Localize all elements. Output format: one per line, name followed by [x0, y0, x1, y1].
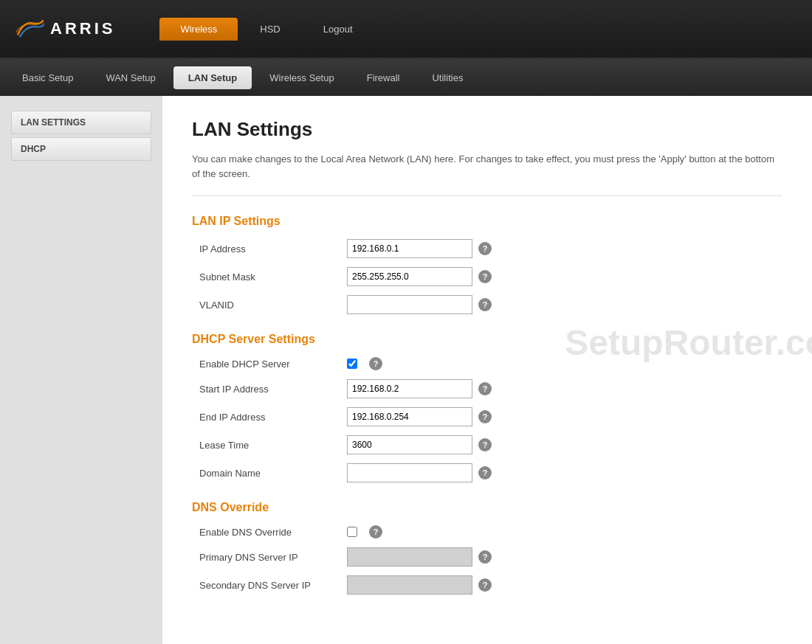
end-ip-help-icon[interactable]: ?: [478, 410, 492, 423]
main-wrapper: LAN SETTINGS DHCP SetupRouter.co LAN Set…: [0, 96, 812, 644]
start-ip-row: Start IP Address ?: [192, 379, 782, 398]
domain-name-help-icon[interactable]: ?: [478, 466, 492, 479]
content-area: SetupRouter.co LAN Settings You can make…: [162, 96, 812, 644]
logo-text: ARRIS: [50, 19, 115, 38]
start-ip-label: Start IP Address: [199, 384, 347, 395]
vlanid-input[interactable]: [347, 295, 472, 314]
subnav-wireless-setup[interactable]: Wireless Setup: [255, 66, 348, 89]
logo-icon: [15, 18, 44, 40]
secondary-dns-row: Secondary DNS Server IP ?: [192, 575, 782, 595]
vlanid-help-icon[interactable]: ?: [478, 298, 492, 311]
sub-nav: Basic Setup WAN Setup LAN Setup Wireless…: [0, 59, 812, 96]
top-nav-hsd[interactable]: HSD: [239, 18, 300, 41]
logo-area: ARRIS: [15, 18, 115, 40]
subnet-mask-input[interactable]: [347, 267, 472, 286]
enable-dhcp-help-icon[interactable]: ?: [369, 357, 382, 370]
lan-ip-section-title: LAN IP Settings: [192, 215, 782, 228]
sidebar-item-lan-settings[interactable]: LAN SETTINGS: [11, 111, 151, 134]
subnet-mask-label: Subnet Mask: [199, 271, 347, 283]
end-ip-label: End IP Address: [199, 412, 347, 423]
dhcp-section-title: DHCP Server Settings: [192, 333, 782, 346]
enable-dhcp-label: Enable DHCP Server: [199, 359, 347, 370]
enable-dns-label: Enable DNS Override: [199, 527, 347, 538]
vlanid-row: VLANID ?: [192, 295, 782, 314]
primary-dns-row: Primary DNS Server IP ?: [192, 547, 782, 567]
lease-time-help-icon[interactable]: ?: [478, 438, 492, 451]
enable-dns-checkbox-area: ?: [347, 525, 382, 539]
primary-dns-label: Primary DNS Server IP: [199, 552, 347, 563]
primary-dns-help-icon[interactable]: ?: [478, 550, 492, 564]
lease-time-row: Lease Time ?: [192, 435, 782, 454]
ip-address-row: IP Address ?: [192, 239, 782, 258]
header: ARRIS Wireless HSD Logout: [0, 0, 812, 59]
secondary-dns-help-icon[interactable]: ?: [478, 578, 492, 592]
domain-name-input[interactable]: [347, 463, 472, 482]
top-nav-wireless[interactable]: Wireless: [159, 18, 238, 41]
domain-name-label: Domain Name: [199, 468, 347, 479]
subnav-lan-setup[interactable]: LAN Setup: [173, 66, 252, 89]
domain-name-row: Domain Name ?: [192, 463, 782, 482]
secondary-dns-input[interactable]: [347, 575, 472, 595]
enable-dns-help-icon[interactable]: ?: [369, 525, 382, 539]
top-nav: Wireless HSD Logout: [159, 18, 373, 41]
enable-dhcp-row: Enable DHCP Server ?: [192, 357, 782, 370]
vlanid-label: VLANID: [199, 300, 347, 311]
ip-address-label: IP Address: [199, 243, 347, 255]
lease-time-label: Lease Time: [199, 440, 347, 451]
subnet-mask-row: Subnet Mask ?: [192, 267, 782, 286]
sidebar-item-dhcp[interactable]: DHCP: [11, 137, 151, 161]
subnav-basic-setup[interactable]: Basic Setup: [7, 66, 88, 89]
sidebar: LAN SETTINGS DHCP: [0, 96, 162, 644]
end-ip-row: End IP Address ?: [192, 407, 782, 426]
enable-dns-row: Enable DNS Override ?: [192, 525, 782, 539]
ip-address-input[interactable]: [347, 239, 472, 258]
subnav-wan-setup[interactable]: WAN Setup: [91, 66, 170, 89]
subnet-mask-help-icon[interactable]: ?: [478, 270, 492, 283]
page-description: You can make changes to the Local Area N…: [192, 152, 782, 196]
start-ip-input[interactable]: [347, 379, 472, 398]
page-title: LAN Settings: [192, 118, 782, 141]
lease-time-input[interactable]: [347, 435, 472, 454]
primary-dns-input[interactable]: [347, 547, 472, 567]
enable-dns-checkbox[interactable]: [347, 527, 357, 537]
dns-section-title: DNS Override: [192, 501, 782, 514]
enable-dhcp-checkbox[interactable]: [347, 359, 357, 369]
secondary-dns-label: Secondary DNS Server IP: [199, 580, 347, 591]
start-ip-help-icon[interactable]: ?: [478, 382, 492, 395]
ip-address-help-icon[interactable]: ?: [478, 242, 492, 255]
subnav-utilities[interactable]: Utilities: [417, 66, 478, 89]
subnav-firewall[interactable]: Firewall: [352, 66, 415, 89]
end-ip-input[interactable]: [347, 407, 472, 426]
enable-dhcp-checkbox-area: ?: [347, 357, 382, 370]
top-nav-logout[interactable]: Logout: [303, 18, 374, 41]
